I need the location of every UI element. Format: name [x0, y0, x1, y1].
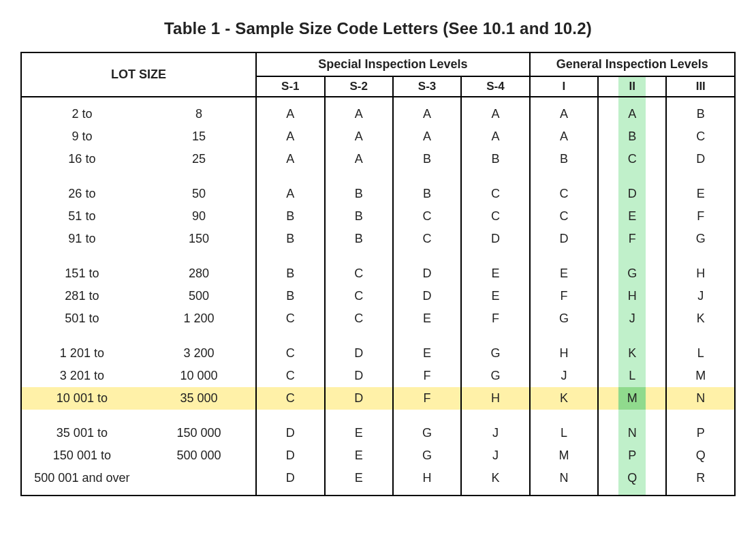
- lot-to: 3 200: [142, 330, 256, 365]
- lot-from: 35 001 to: [21, 410, 142, 444]
- cell-g2: F: [598, 228, 666, 250]
- cell-s3: D: [393, 285, 461, 307]
- cell-g1: A: [530, 97, 598, 125]
- cell-s1: A: [256, 97, 324, 125]
- cell-s3: E: [393, 330, 461, 365]
- cell-s2: B: [325, 228, 393, 250]
- cell-g2: D: [598, 170, 666, 205]
- cell-g3: M: [666, 365, 735, 387]
- cell-s1: C: [256, 307, 324, 330]
- cell-g2: P: [598, 444, 666, 467]
- header-col-s1: S-1: [256, 76, 324, 97]
- cell-s3: D: [393, 250, 461, 285]
- cell-s2: C: [325, 285, 393, 307]
- cell-g1: G: [530, 307, 598, 330]
- cell-s3: E: [393, 307, 461, 330]
- table-row: 281 to500BCDEFHJ: [21, 285, 735, 307]
- lot-from: 1 201 to: [21, 330, 142, 365]
- cell-g3: B: [666, 97, 735, 125]
- cell-s4: J: [461, 444, 529, 467]
- table-row: 3 201 to10 000CDFGJLM: [21, 365, 735, 387]
- lot-to: 25: [142, 148, 256, 170]
- cell-s3: A: [393, 97, 461, 125]
- table-row: 91 to150BBCDDFG: [21, 228, 735, 250]
- cell-s1: C: [256, 330, 324, 365]
- cell-s3: H: [393, 467, 461, 496]
- lot-to: 500 000: [142, 444, 256, 467]
- cell-s4: C: [461, 205, 529, 228]
- lot-to: 50: [142, 170, 256, 205]
- cell-g1: B: [530, 148, 598, 170]
- lot-to: 35 000: [142, 387, 256, 410]
- cell-s4: J: [461, 410, 529, 444]
- cell-g2: B: [598, 125, 666, 148]
- lot-from: 10 001 to: [21, 387, 142, 410]
- cell-s1: A: [256, 125, 324, 148]
- header-col-iii: III: [666, 76, 735, 97]
- cell-s2: D: [325, 365, 393, 387]
- cell-s3: C: [393, 205, 461, 228]
- cell-s4: A: [461, 125, 529, 148]
- cell-g2: C: [598, 148, 666, 170]
- cell-g1: N: [530, 467, 598, 496]
- cell-s2: A: [325, 125, 393, 148]
- cell-s4: G: [461, 365, 529, 387]
- cell-s1: D: [256, 444, 324, 467]
- table-title: Table 1 - Sample Size Code Letters (See …: [20, 19, 736, 38]
- cell-s2: E: [325, 410, 393, 444]
- table-row: 26 to50ABBCCDE: [21, 170, 735, 205]
- cell-s3: G: [393, 444, 461, 467]
- header-col-s2: S-2: [325, 76, 393, 97]
- cell-s1: C: [256, 387, 324, 410]
- lot-from: 9 to: [21, 125, 142, 148]
- cell-g2: Q: [598, 467, 666, 496]
- cell-s3: F: [393, 365, 461, 387]
- cell-s1: B: [256, 205, 324, 228]
- lot-to: 280: [142, 250, 256, 285]
- cell-s4: F: [461, 307, 529, 330]
- cell-g3: P: [666, 410, 735, 444]
- lot-from: 26 to: [21, 170, 142, 205]
- cell-s1: B: [256, 250, 324, 285]
- lot-from: 151 to: [21, 250, 142, 285]
- cell-s3: C: [393, 228, 461, 250]
- header-lot-size: LOT SIZE: [21, 52, 256, 97]
- lot-to: 90: [142, 205, 256, 228]
- cell-s1: A: [256, 170, 324, 205]
- cell-g1: E: [530, 250, 598, 285]
- cell-s4: E: [461, 285, 529, 307]
- lot-from: 16 to: [21, 148, 142, 170]
- cell-s2: C: [325, 307, 393, 330]
- table-row: 500 001 and overDEHKNQR: [21, 467, 735, 496]
- cell-s1: D: [256, 410, 324, 444]
- cell-g2: E: [598, 205, 666, 228]
- cell-g3: Q: [666, 444, 735, 467]
- cell-s4: G: [461, 330, 529, 365]
- lot-to: 10 000: [142, 365, 256, 387]
- table-row: 501 to1 200CCEFGJK: [21, 307, 735, 330]
- lot-from: 150 001 to: [21, 444, 142, 467]
- header-special-levels: Special Inspection Levels: [256, 52, 530, 76]
- table-body: 2 to8AAAAAAB9 to15AAAAABC16 to25AABBBCD2…: [21, 97, 735, 496]
- document-page: Table 1 - Sample Size Code Letters (See …: [0, 0, 756, 523]
- table-row: 35 001 to150 000DEGJLNP: [21, 410, 735, 444]
- cell-s4: K: [461, 467, 529, 496]
- table-row: 150 001 to500 000DEGJMPQ: [21, 444, 735, 467]
- lot-to: 500: [142, 285, 256, 307]
- cell-s1: B: [256, 228, 324, 250]
- cell-s2: A: [325, 148, 393, 170]
- lot-to: 1 200: [142, 307, 256, 330]
- cell-g2: L: [598, 365, 666, 387]
- cell-s2: C: [325, 250, 393, 285]
- header-general-levels: General Inspection Levels: [530, 52, 735, 76]
- table-row: 10 001 to35 000CDFHKMN: [21, 387, 735, 410]
- cell-g1: M: [530, 444, 598, 467]
- table-row: 151 to280BCDEEGH: [21, 250, 735, 285]
- cell-g2: N: [598, 410, 666, 444]
- cell-g2: A: [598, 97, 666, 125]
- cell-g3: J: [666, 285, 735, 307]
- cell-s2: D: [325, 387, 393, 410]
- header-col-ii: II: [598, 76, 666, 97]
- cell-s3: F: [393, 387, 461, 410]
- cell-s2: B: [325, 205, 393, 228]
